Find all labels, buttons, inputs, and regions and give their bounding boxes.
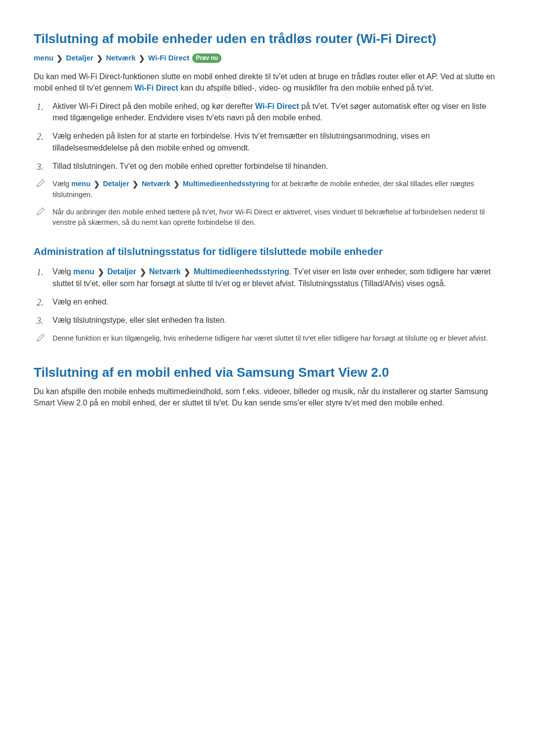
- note-item: Når du anbringer den mobile enhed tætter…: [34, 207, 501, 228]
- step-item: 1. Vælg menu ❯ Detaljer ❯ Netværk ❯ Mult…: [34, 266, 501, 290]
- step-item: 3. Vælg tilslutningstype, eller slet enh…: [34, 314, 501, 326]
- step-number: 3.: [37, 314, 44, 327]
- breadcrumb-item[interactable]: Netværk: [106, 53, 136, 62]
- text: Vælg en enhed.: [53, 298, 108, 306]
- pencil-icon: [37, 334, 45, 342]
- pencil-icon: [37, 179, 45, 187]
- section-title: Tilslutning af en mobil enhed via Samsun…: [34, 363, 501, 382]
- text: Vælg: [53, 180, 71, 188]
- breadcrumb-item[interactable]: Netværk: [149, 267, 181, 276]
- body-paragraph: Du kan afspille den mobile enheds multim…: [34, 386, 501, 408]
- text: Vælg: [53, 267, 73, 276]
- wifi-direct-link[interactable]: Wi-Fi Direct: [134, 84, 178, 92]
- breadcrumb-item[interactable]: Detaljer: [107, 267, 136, 276]
- note-item: Denne funktion er kun tilgængelig, hvis …: [34, 333, 501, 344]
- text: Vælg tilslutningstype, eller slet enhede…: [53, 316, 226, 324]
- chevron-right-icon: ❯: [140, 266, 146, 278]
- chevron-right-icon: ❯: [97, 53, 103, 64]
- breadcrumb-item[interactable]: Detaljer: [103, 180, 129, 188]
- subsection-title: Administration af tilslutningsstatus for…: [34, 245, 501, 259]
- step-number: 2.: [37, 130, 44, 143]
- step-number: 1.: [37, 101, 44, 113]
- breadcrumb-item[interactable]: menu: [71, 180, 91, 188]
- chevron-right-icon: ❯: [132, 179, 139, 190]
- text: Tillad tilslutningen. Tv'et og den mobil…: [53, 162, 328, 170]
- chevron-right-icon: ❯: [94, 179, 100, 190]
- text: Vælg enheden på listen for at starte en …: [53, 132, 430, 151]
- step-number: 1.: [37, 266, 44, 279]
- pencil-icon: [37, 207, 45, 215]
- step-number: 2.: [37, 296, 44, 309]
- text: Denne funktion er kun tilgængelig, hvis …: [53, 334, 488, 342]
- text: kan du afspille billed-, video- og musik…: [178, 84, 433, 92]
- chevron-right-icon: ❯: [184, 266, 190, 278]
- breadcrumb-item[interactable]: Multimedieenhedsstyring: [183, 180, 269, 188]
- text: Aktiver Wi-Fi Direct på den mobile enhed…: [53, 102, 255, 110]
- breadcrumb-item[interactable]: menu: [34, 53, 54, 62]
- chevron-right-icon: ❯: [98, 266, 104, 278]
- try-now-badge[interactable]: Prøv nu: [192, 53, 221, 63]
- chevron-right-icon: ❯: [139, 53, 145, 64]
- text: Når du anbringer den mobile enhed tætter…: [53, 208, 484, 226]
- steps-list: 1. Vælg menu ❯ Detaljer ❯ Netværk ❯ Mult…: [34, 266, 501, 326]
- step-number: 3.: [37, 160, 44, 173]
- step-item: 1. Aktiver Wi-Fi Direct på den mobile en…: [34, 101, 501, 123]
- step-item: 3. Tillad tilslutningen. Tv'et og den mo…: [34, 160, 501, 172]
- breadcrumb-item[interactable]: Wi-Fi Direct: [148, 53, 189, 62]
- note-item: Vælg menu ❯ Detaljer ❯ Netværk ❯ Multime…: [34, 179, 501, 200]
- step-item: 2. Vælg enheden på listen for at starte …: [34, 130, 501, 153]
- wifi-direct-link[interactable]: Wi-Fi Direct: [255, 102, 299, 110]
- intro-paragraph: Du kan med Wi-Fi Direct-funktionen slutt…: [34, 71, 501, 94]
- chevron-right-icon: ❯: [173, 179, 180, 190]
- steps-list: 1. Aktiver Wi-Fi Direct på den mobile en…: [34, 101, 501, 172]
- breadcrumb-item[interactable]: Netværk: [142, 180, 170, 188]
- chevron-right-icon: ❯: [56, 53, 63, 64]
- section-title: Tilslutning af mobile enheder uden en tr…: [34, 30, 501, 49]
- breadcrumb-item[interactable]: Detaljer: [66, 53, 93, 62]
- step-item: 2. Vælg en enhed.: [34, 296, 501, 307]
- breadcrumb-item[interactable]: menu: [73, 267, 95, 276]
- breadcrumb: menu ❯ Detaljer ❯ Netværk ❯ Wi-Fi Direct…: [34, 52, 501, 64]
- breadcrumb-item[interactable]: Multimedieenhedsstyring: [194, 267, 289, 276]
